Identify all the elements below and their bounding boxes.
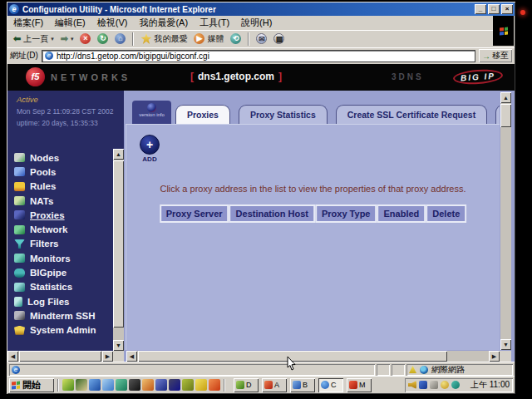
tab-proxies[interactable]: Proxies [175,105,230,124]
quicklaunch-icon-9[interactable] [169,379,180,391]
add-proxy-button[interactable]: ADD [140,135,160,163]
home-button[interactable]: ⌂ [112,32,128,47]
sidebar-vertical-scrollbar[interactable] [113,149,124,351]
tab-install-ssl-certificate[interactable]: Install SSL Certif [495,105,500,124]
stop-button[interactable]: × [77,32,93,47]
menu-edit[interactable]: 編輯(E) [49,17,91,29]
menu-favorites[interactable]: 我的最愛(A) [133,17,194,29]
column-enabled[interactable]: Enabled [377,204,426,223]
scrollbar-thumb[interactable] [113,160,124,328]
back-dropdown-icon[interactable]: ▾ [51,36,54,42]
tray-icon-4[interactable] [441,381,449,389]
mouse-cursor [287,357,296,371]
sidebar-horizontal-scrollbar[interactable] [7,351,113,362]
quicklaunch-icon-6[interactable] [129,379,140,391]
menu-bar: 檔案(F) 編輯(E) 檢視(V) 我的最愛(A) 工具(T) 說明(H) [7,16,493,30]
minimize-button[interactable] [475,4,486,14]
app-icon [236,381,244,389]
column-destination-host[interactable]: Destination Host [229,204,315,223]
quicklaunch-icon-7[interactable] [142,379,154,391]
forward-button[interactable]: ➡ ▾ [58,32,76,47]
history-button[interactable]: ⟲ [228,32,244,47]
quicklaunch-icon-12[interactable] [209,379,220,391]
scroll-right-icon[interactable] [489,351,500,362]
sidebar-item-system-admin[interactable]: System Admin [14,323,110,337]
app-icon [349,381,357,389]
bracket-left: [ [190,71,194,82]
task-button-3[interactable]: B [290,378,315,392]
windows-logo-icon [12,381,20,389]
app-icon [264,381,273,389]
page-horizontal-scrollbar[interactable] [126,351,500,362]
tray-icon-2[interactable] [419,381,427,389]
menu-view[interactable]: 檢視(V) [91,17,134,29]
quicklaunch-icon-4[interactable] [102,379,114,391]
sidebar-item-pools[interactable]: Pools [14,165,110,179]
sidebar-item-filters[interactable]: Filters [14,237,110,251]
start-button[interactable]: 開始 [9,378,54,392]
quicklaunch-icon-11[interactable] [195,379,207,391]
favorites-button[interactable]: 我的最愛 [138,32,190,47]
tray-icon-3[interactable] [430,381,438,389]
menu-tools[interactable]: 工具(T) [194,17,235,29]
column-delete[interactable]: Delete [426,204,466,223]
media-button[interactable]: ▶ 媒體 [191,32,226,47]
sidebar-item-monitors[interactable]: Monitors [14,251,110,265]
forward-dropdown-icon[interactable]: ▾ [71,36,74,42]
quicklaunch-icon-2[interactable] [76,379,87,391]
start-label: 開始 [22,379,41,392]
sidebar-item-nats[interactable]: NATs [14,194,110,208]
scroll-up-icon[interactable] [500,92,511,103]
scroll-left-icon[interactable] [7,351,18,362]
sidebar-item-network[interactable]: Network [14,222,110,236]
scroll-left-icon[interactable] [126,351,137,362]
quicklaunch-icon-10[interactable] [182,379,194,391]
version-info-button[interactable]: version info [132,101,171,124]
task-button-5[interactable]: M [347,378,372,392]
add-label: ADD [140,155,160,163]
toolbar-separator [248,32,249,46]
sidebar-item-log-files[interactable]: Log Files [14,294,110,308]
refresh-button[interactable]: ↻ [95,32,111,47]
address-input[interactable]: e http://dns1.getop.com/bigipgui/bigconf… [42,50,475,62]
scroll-up-icon[interactable] [113,149,124,160]
quicklaunch-icon-3[interactable] [89,379,101,391]
quicklaunch-icon-1[interactable] [62,379,74,391]
volume-icon[interactable] [408,381,416,389]
page-vertical-scrollbar[interactable] [500,92,511,350]
scroll-down-icon[interactable] [113,340,124,351]
scrollbar-corner [500,351,511,362]
menu-help[interactable]: 說明(H) [235,17,278,29]
sidebar-item-bigpipe[interactable]: BIGpipe [14,265,110,279]
tab-create-ssl-certificate-request[interactable]: Create SSL Certificate Request [336,105,487,124]
tab-proxy-statistics[interactable]: Proxy Statistics [239,105,328,124]
sidebar-item-proxies[interactable]: Proxies [14,208,110,222]
close-button[interactable] [501,4,513,14]
mail-button[interactable]: ✉ [254,32,269,47]
scroll-down-icon[interactable] [500,339,511,350]
column-proxy-server[interactable]: Proxy Server [160,204,229,223]
sidebar-item-nodes[interactable]: Nodes [14,150,110,165]
column-proxy-type[interactable]: Proxy Type [315,204,377,223]
task-button-1[interactable]: D [234,378,259,392]
menu-file[interactable]: 檔案(F) [7,17,49,29]
scroll-right-icon[interactable] [102,351,113,362]
tray-icon-5[interactable] [451,381,460,389]
task-button-2[interactable]: A [262,378,287,392]
go-button[interactable]: → 移至 [479,49,512,62]
maximize-button[interactable] [488,4,500,14]
quicklaunch-icon-8[interactable] [155,379,167,391]
toolbar-separator [132,32,134,46]
print-button[interactable]: ▤ [271,32,287,47]
sidebar-item-rules[interactable]: Rules [14,180,110,194]
task-button-4-active[interactable]: C [318,378,343,392]
sidebar-item-mindterm-ssh[interactable]: Mindterm SSH [14,308,110,323]
proxies-panel: ADD Click a proxy address in the list to… [126,124,500,350]
browser-window: e Configuration Utility - Microsoft Inte… [7,2,515,394]
scrollbar-thumb[interactable] [19,351,101,362]
status-pane-small [377,364,390,376]
scrollbar-thumb[interactable] [500,104,511,127]
back-button[interactable]: ⬅ 上一頁 ▾ [11,32,57,47]
sidebar-item-statistics[interactable]: Statistics [14,280,110,294]
quicklaunch-icon-5[interactable] [116,379,127,391]
